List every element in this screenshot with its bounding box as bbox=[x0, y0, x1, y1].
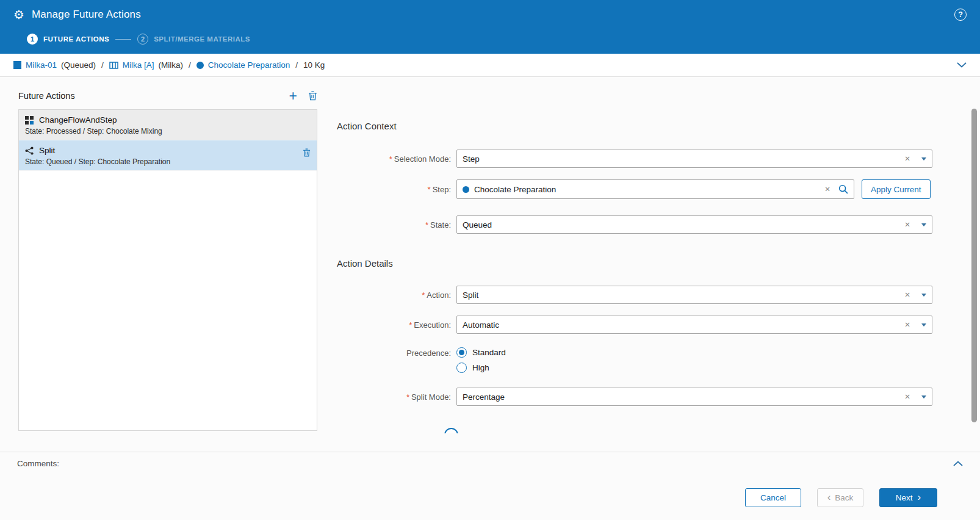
state-value: Queued bbox=[463, 220, 901, 229]
page-title: Manage Future Actions bbox=[32, 9, 141, 21]
field-split-mode: *Split Mode: Percentage ✕ bbox=[337, 388, 932, 406]
chevron-up-icon[interactable] bbox=[953, 461, 963, 466]
wizard-step-future-actions[interactable]: 1 FUTURE ACTIONS bbox=[27, 34, 109, 45]
next-button[interactable]: Next › bbox=[879, 488, 937, 507]
clear-icon[interactable]: ✕ bbox=[824, 185, 830, 193]
manage-future-actions-dialog: ⚙ Manage Future Actions ? 1 FUTURE ACTIO… bbox=[0, 0, 980, 520]
help-glyph: ? bbox=[958, 10, 963, 19]
chevron-down-icon[interactable] bbox=[921, 294, 926, 297]
chevron-down-icon[interactable] bbox=[921, 323, 926, 327]
split-icon bbox=[25, 146, 34, 155]
lot-state: (Queued) bbox=[61, 60, 96, 70]
vertical-scrollbar[interactable] bbox=[971, 109, 977, 422]
list-item-split[interactable]: Split State: Queued / Step: Chocolate Pr… bbox=[19, 140, 317, 171]
row-delete-icon[interactable] bbox=[303, 148, 311, 159]
delete-action-button[interactable] bbox=[308, 91, 317, 101]
required-marker: * bbox=[409, 320, 412, 330]
chevron-down-icon[interactable] bbox=[921, 223, 926, 226]
help-icon[interactable]: ? bbox=[954, 9, 967, 21]
title-bar: ⚙ Manage Future Actions ? bbox=[0, 0, 980, 29]
apply-current-button[interactable]: Apply Current bbox=[862, 179, 931, 199]
step-picker-input[interactable]: Chocolate Preparation ✕ bbox=[456, 179, 854, 199]
flow-link[interactable]: Milka [A] bbox=[123, 60, 154, 70]
future-actions-header: Future Actions + bbox=[18, 88, 317, 104]
clear-icon[interactable]: ✕ bbox=[904, 220, 910, 229]
quantity-value: 10 Kg bbox=[303, 60, 325, 70]
step-icon bbox=[196, 62, 204, 69]
action-value: Split bbox=[463, 291, 901, 300]
radio-standard[interactable]: Standard bbox=[456, 347, 506, 358]
future-actions-title: Future Actions bbox=[18, 91, 75, 101]
back-label: Back bbox=[835, 493, 853, 502]
add-action-button[interactable]: + bbox=[289, 90, 297, 101]
field-label: Action: bbox=[427, 291, 451, 300]
footer-actions: Cancel ‹ Back Next › bbox=[0, 475, 980, 520]
next-label: Next bbox=[896, 493, 913, 502]
breadcrumb-separator: / bbox=[101, 60, 104, 70]
chevron-right-icon: › bbox=[918, 492, 921, 502]
chevron-down-icon[interactable] bbox=[921, 395, 926, 399]
radio-button[interactable] bbox=[456, 363, 467, 373]
field-selection-mode: *Selection Mode: Step ✕ bbox=[337, 150, 932, 168]
cancel-button[interactable]: Cancel bbox=[745, 488, 801, 507]
step-connector bbox=[115, 39, 131, 40]
context-breadcrumb: Milka-01 (Queued) / Milka [A] (Milka) / … bbox=[0, 54, 980, 77]
field-label: State: bbox=[430, 220, 451, 229]
comments-bar[interactable]: Comments: bbox=[0, 452, 980, 475]
field-execution: *Execution: Automatic ✕ bbox=[337, 316, 932, 334]
required-marker: * bbox=[422, 291, 425, 300]
partially-visible-control bbox=[444, 428, 458, 433]
field-step: *Step: Chocolate Preparation ✕ Apply Cur… bbox=[337, 179, 932, 199]
radio-label[interactable]: Standard bbox=[472, 348, 506, 357]
clear-icon[interactable]: ✕ bbox=[904, 392, 910, 401]
clear-icon[interactable]: ✕ bbox=[904, 154, 910, 163]
chevron-left-icon: ‹ bbox=[827, 492, 831, 502]
list-item-changeflowandstep[interactable]: ChangeFlowAndStep State: Processed / Ste… bbox=[19, 110, 317, 140]
execution-value: Automatic bbox=[463, 320, 901, 330]
step-value: Chocolate Preparation bbox=[474, 185, 556, 194]
search-icon[interactable] bbox=[838, 184, 848, 194]
wizard-step-split-merge-materials[interactable]: 2 SPLIT/MERGE MATERIALS bbox=[137, 34, 250, 45]
radio-high[interactable]: High bbox=[456, 363, 506, 373]
step-label: SPLIT/MERGE MATERIALS bbox=[154, 35, 250, 43]
breadcrumb-separator: / bbox=[189, 60, 191, 70]
section-action-details: Action Details bbox=[337, 258, 932, 269]
field-state: *State: Queued ✕ bbox=[337, 215, 932, 234]
main-content: Future Actions + ChangeFlowAndStep bbox=[0, 77, 980, 452]
field-action: *Action: Split ✕ bbox=[337, 286, 932, 304]
breadcrumb-lot: Milka-01 (Queued) bbox=[13, 60, 96, 70]
flow-detail: (Milka) bbox=[159, 60, 184, 70]
section-action-context: Action Context bbox=[337, 121, 932, 131]
chevron-down-icon[interactable] bbox=[921, 157, 926, 161]
step-icon bbox=[463, 186, 469, 193]
breadcrumb-step: Chocolate Preparation bbox=[196, 60, 290, 70]
required-marker: * bbox=[389, 154, 392, 164]
breadcrumb-flow: Milka [A] (Milka) bbox=[109, 60, 183, 70]
flow-icon bbox=[109, 62, 118, 69]
lot-link[interactable]: Milka-01 bbox=[26, 60, 57, 70]
material-icon bbox=[13, 61, 21, 69]
step-link[interactable]: Chocolate Preparation bbox=[208, 60, 290, 70]
radio-label[interactable]: High bbox=[472, 363, 489, 372]
clear-icon[interactable]: ✕ bbox=[904, 320, 910, 329]
step-number: 1 bbox=[27, 34, 38, 45]
chevron-down-icon[interactable] bbox=[957, 62, 967, 68]
field-label: Precedence: bbox=[406, 348, 451, 358]
change-flow-and-step-icon bbox=[25, 116, 34, 125]
state-dropdown[interactable]: Queued ✕ bbox=[456, 215, 932, 234]
field-precedence: Precedence: Standard High bbox=[337, 347, 932, 373]
back-button[interactable]: ‹ Back bbox=[817, 488, 863, 507]
action-name: ChangeFlowAndStep bbox=[39, 115, 117, 125]
clear-icon[interactable]: ✕ bbox=[904, 291, 910, 299]
field-label: Split Mode: bbox=[411, 392, 451, 402]
action-dropdown[interactable]: Split ✕ bbox=[456, 286, 932, 304]
selection-mode-value: Step bbox=[463, 154, 901, 164]
split-mode-dropdown[interactable]: Percentage ✕ bbox=[456, 388, 932, 406]
selection-mode-dropdown[interactable]: Step ✕ bbox=[456, 150, 932, 168]
execution-dropdown[interactable]: Automatic ✕ bbox=[456, 316, 932, 334]
required-marker: * bbox=[406, 392, 409, 402]
required-marker: * bbox=[425, 220, 428, 229]
future-actions-list: ChangeFlowAndStep State: Processed / Ste… bbox=[18, 109, 317, 431]
action-detail: State: Processed / Step: Chocolate Mixin… bbox=[25, 127, 311, 135]
radio-button[interactable] bbox=[456, 347, 467, 358]
